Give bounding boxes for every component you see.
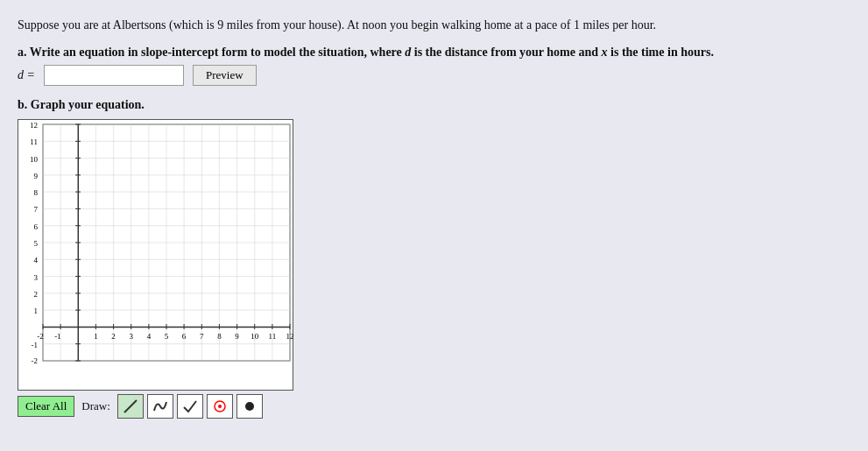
- svg-text:3: 3: [34, 273, 39, 282]
- svg-text:-2: -2: [37, 332, 44, 341]
- curve-tool-icon: [152, 398, 168, 414]
- circle-tool-button[interactable]: [207, 394, 233, 419]
- equation-input-row: d = Preview: [18, 65, 850, 86]
- svg-text:3: 3: [129, 332, 133, 341]
- dot-tool-icon: [242, 398, 258, 414]
- equation-input[interactable]: [44, 65, 184, 86]
- graph-toolbar: Clear All Draw:: [18, 394, 850, 419]
- svg-text:12: 12: [286, 332, 294, 341]
- draw-label: Draw:: [81, 399, 110, 413]
- svg-text:6: 6: [182, 332, 187, 341]
- svg-text:5: 5: [165, 332, 169, 341]
- svg-text:8: 8: [217, 332, 222, 341]
- svg-text:2: 2: [34, 290, 39, 299]
- svg-text:5: 5: [34, 239, 39, 248]
- svg-line-90: [124, 400, 137, 412]
- svg-text:-1: -1: [54, 332, 61, 341]
- svg-text:4: 4: [34, 257, 39, 265]
- d-equals-label: d =: [18, 68, 35, 82]
- svg-point-92: [218, 405, 222, 408]
- svg-text:2: 2: [111, 332, 116, 341]
- svg-text:-2: -2: [32, 356, 39, 365]
- svg-text:9: 9: [34, 172, 39, 180]
- part-b-label: b. Graph your equation.: [18, 98, 850, 112]
- svg-text:7: 7: [200, 332, 204, 341]
- svg-text:7: 7: [34, 206, 39, 215]
- graph-svg: -2 -1 1 2 3 4 5 6 7 8 9 10 11 12: [18, 120, 294, 391]
- checkmark-tool-button[interactable]: [177, 394, 203, 419]
- clear-all-button[interactable]: Clear All: [18, 396, 74, 417]
- intro-text: Suppose you are at Albertsons (which is …: [18, 16, 780, 35]
- svg-text:1: 1: [94, 332, 98, 341]
- checkmark-tool-icon: [182, 398, 198, 414]
- curve-tool-button[interactable]: [147, 394, 173, 419]
- svg-text:11: 11: [30, 138, 38, 147]
- part-b-section: b. Graph your equation.: [18, 98, 850, 419]
- svg-text:8: 8: [34, 188, 39, 197]
- line-tool-icon: [123, 398, 138, 414]
- dot-tool-button[interactable]: [236, 394, 263, 419]
- circle-tool-icon: [212, 398, 228, 414]
- graph-container[interactable]: -2 -1 1 2 3 4 5 6 7 8 9 10 11 12: [18, 119, 293, 391]
- line-tool-button[interactable]: [117, 394, 144, 419]
- svg-text:11: 11: [269, 332, 277, 341]
- svg-text:6: 6: [34, 222, 39, 231]
- svg-text:9: 9: [235, 332, 239, 341]
- svg-text:-1: -1: [32, 341, 39, 349]
- svg-text:10: 10: [251, 332, 259, 341]
- part-a-section: a. Write an equation in slope-intercept …: [18, 46, 850, 86]
- preview-button[interactable]: Preview: [193, 65, 257, 86]
- svg-text:1: 1: [34, 307, 39, 315]
- svg-text:4: 4: [147, 332, 152, 341]
- svg-point-93: [245, 402, 254, 411]
- svg-text:10: 10: [30, 155, 39, 164]
- svg-text:12: 12: [30, 121, 38, 130]
- part-a-label: a. Write an equation in slope-intercept …: [18, 46, 850, 60]
